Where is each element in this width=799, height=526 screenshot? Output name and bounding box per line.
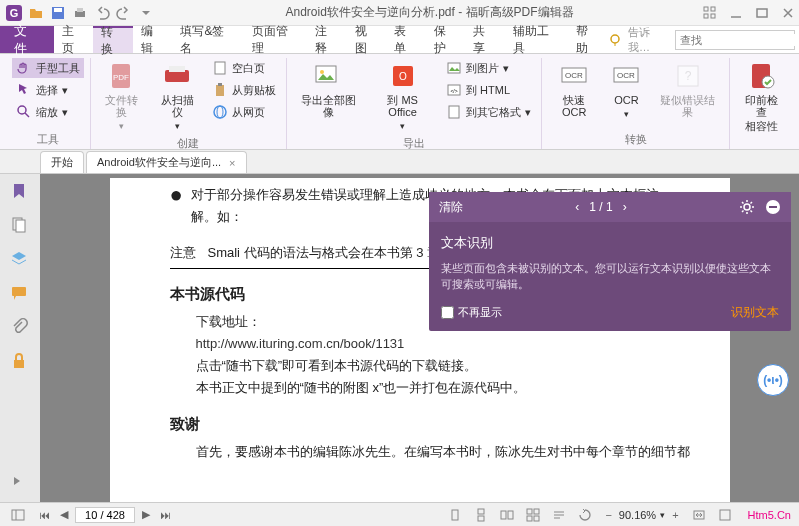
sidebar (0, 174, 40, 502)
comments-icon[interactable] (10, 284, 30, 304)
ocr-next-icon[interactable]: › (623, 200, 627, 214)
zoom-tool-button[interactable]: 缩放 ▾ (12, 102, 84, 122)
fast-ocr-button[interactable]: OCR快速OCR (548, 58, 600, 120)
view-cont-facing-icon[interactable] (524, 506, 542, 524)
to-office-button[interactable]: O到 MS Office▾ (369, 58, 436, 134)
tab-convert[interactable]: 转换 (93, 26, 133, 53)
close-tab-icon[interactable]: × (229, 157, 235, 169)
search-box[interactable] (675, 30, 795, 50)
assistant-float-button[interactable]: (•ι•) (757, 364, 789, 396)
doc-tab-start[interactable]: 开始 (40, 151, 84, 173)
app-icon[interactable]: G (4, 3, 24, 23)
ocr-panel-desc: 某些页面包含未被识别的文本。您可以运行文本识别以便使这些文本可搜索或可编辑。 (441, 260, 779, 292)
pages-icon[interactable] (10, 216, 30, 236)
gear-icon[interactable] (739, 199, 755, 215)
svg-rect-31 (448, 63, 460, 73)
tell-me-text[interactable]: 告诉我… (628, 25, 669, 55)
select-tool-button[interactable]: 选择 ▾ (12, 80, 84, 100)
tab-share[interactable]: 共享 (465, 26, 505, 53)
to-image-button[interactable]: 到图片 ▾ (442, 58, 535, 78)
fit-width-icon[interactable] (690, 506, 708, 524)
svg-rect-9 (711, 14, 715, 18)
security-icon[interactable] (10, 352, 30, 372)
to-other-button[interactable]: 到其它格式 ▾ (442, 102, 535, 122)
export-images-button[interactable]: 导出全部图像 (293, 58, 363, 120)
zoom-level[interactable]: 90.16% (619, 509, 656, 521)
ocr-clear-button[interactable]: 清除 (439, 199, 463, 216)
svg-rect-62 (478, 516, 484, 521)
svg-rect-22 (215, 62, 225, 74)
qat-dropdown-icon[interactable] (136, 3, 156, 23)
expand-sidebar-icon[interactable] (10, 474, 30, 494)
tab-edit[interactable]: 编辑 (133, 26, 173, 53)
preflight-button[interactable]: 印前检查相容性 (736, 58, 787, 134)
ocr-button[interactable]: OCROCR▾ (606, 58, 646, 122)
quick-access-toolbar: G (4, 3, 156, 23)
prev-page-icon[interactable]: ◀ (57, 508, 71, 521)
svg-rect-21 (169, 66, 185, 72)
svg-line-55 (751, 202, 753, 204)
page-number-input[interactable] (75, 507, 135, 523)
blank-page-button[interactable]: 空白页 (208, 58, 280, 78)
tab-annotate[interactable]: 注释 (307, 26, 347, 53)
to-html-button[interactable]: </>到 HTML (442, 80, 535, 100)
ocr-prev-icon[interactable]: ‹ (575, 200, 579, 214)
ribbon-toggle-icon[interactable] (703, 6, 717, 20)
view-facing-icon[interactable] (498, 506, 516, 524)
body-text: 解。如： (191, 209, 243, 224)
tab-home[interactable]: 主页 (54, 26, 94, 53)
svg-line-52 (742, 202, 744, 204)
undo-icon[interactable] (92, 3, 112, 23)
tab-page-manage[interactable]: 页面管理 (244, 26, 307, 53)
collapse-icon[interactable] (765, 199, 781, 215)
bulb-icon[interactable] (608, 33, 622, 47)
close-icon[interactable] (781, 6, 795, 20)
file-menu[interactable]: 文件 (0, 26, 54, 53)
bookmarks-icon[interactable] (10, 182, 30, 202)
select-icon (16, 82, 32, 98)
tab-protect[interactable]: 保护 (426, 26, 466, 53)
svg-point-25 (214, 106, 226, 118)
layers-icon[interactable] (10, 250, 30, 270)
next-page-icon[interactable]: ▶ (139, 508, 153, 521)
attachments-icon[interactable] (10, 318, 30, 338)
maximize-icon[interactable] (755, 6, 769, 20)
document-tab-bar: 开始 Android软件安全与逆向...× (0, 150, 799, 174)
tab-a11y[interactable]: 辅助工具 (505, 26, 568, 53)
doc-tab-current[interactable]: Android软件安全与逆向...× (86, 151, 247, 173)
ocr-recognize-link[interactable]: 识别文本 (731, 304, 779, 321)
svg-text:OCR: OCR (565, 71, 583, 80)
zoom-in-icon[interactable]: + (669, 509, 681, 521)
minimize-icon[interactable] (729, 6, 743, 20)
svg-rect-65 (527, 509, 532, 514)
hand-tool-button[interactable]: 手型工具 (12, 58, 84, 78)
sidebar-toggle-icon[interactable] (8, 508, 28, 522)
blank-page-icon (212, 60, 228, 76)
zoom-controls: − 90.16% ▾ + (602, 509, 681, 521)
from-clipboard-button[interactable]: 从剪贴板 (208, 80, 280, 100)
view-continuous-icon[interactable] (472, 506, 490, 524)
tab-fill-sign[interactable]: 填写&签名 (172, 26, 243, 53)
from-scanner-button[interactable]: 从扫描仪▾ (152, 58, 201, 134)
tab-help[interactable]: 帮助 (568, 26, 608, 53)
print-icon[interactable] (70, 3, 90, 23)
from-web-button[interactable]: 从网页 (208, 102, 280, 122)
rotate-icon[interactable] (576, 506, 594, 524)
tab-view[interactable]: 视图 (347, 26, 387, 53)
reflow-icon[interactable] (550, 506, 568, 524)
zoom-out-icon[interactable]: − (602, 509, 614, 521)
ocr-dont-show-checkbox[interactable]: 不再显示 (441, 305, 502, 320)
tab-form[interactable]: 表单 (386, 26, 426, 53)
source-url-link[interactable]: http://www.ituring.com.cn/book/1131 (196, 336, 405, 351)
page-viewport[interactable]: ●对于部分操作容易发生错误或理解上造成歧义的地方，本书会在下面加上文本框注解。如… (40, 174, 799, 502)
suspect-results-button[interactable]: ?疑似错误结果 (652, 58, 723, 120)
view-single-icon[interactable] (446, 506, 464, 524)
first-page-icon[interactable]: ⏮ (36, 509, 53, 521)
open-icon[interactable] (26, 3, 46, 23)
save-icon[interactable] (48, 3, 68, 23)
search-input[interactable] (680, 34, 799, 46)
last-page-icon[interactable]: ⏭ (157, 509, 174, 521)
fullscreen-icon[interactable] (716, 506, 734, 524)
file-convert-button[interactable]: PDF文件转换▾ (97, 58, 146, 134)
redo-icon[interactable] (114, 3, 134, 23)
